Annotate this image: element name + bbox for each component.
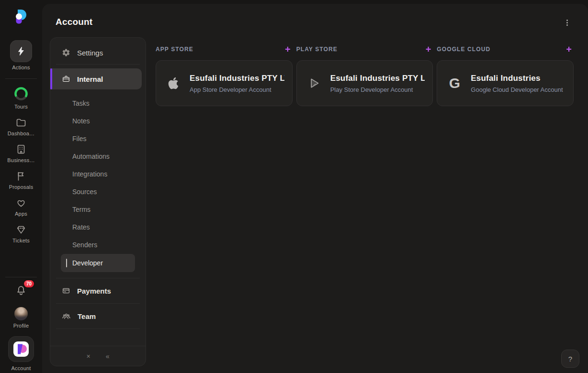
rail-divider bbox=[5, 78, 37, 79]
ticket-icon bbox=[15, 224, 27, 235]
sidebar-item-label: Dashboa… bbox=[8, 131, 35, 136]
apple-icon bbox=[165, 77, 182, 90]
sub-item-developer-selected[interactable]: Developer bbox=[61, 254, 135, 272]
section-label: GOOGLE CLOUD bbox=[437, 46, 490, 53]
sub-item-rates[interactable]: Rates bbox=[50, 218, 146, 236]
nav-item-label: Payments bbox=[77, 287, 111, 295]
sidebar-item-label: Proposals bbox=[9, 184, 34, 190]
nav-item-settings[interactable]: Settings bbox=[50, 43, 146, 63]
divider bbox=[56, 329, 140, 329]
sub-item-sources[interactable]: Sources bbox=[50, 183, 146, 200]
sub-item-label: Integrations bbox=[72, 170, 107, 178]
sidebar-item-profile[interactable]: Profile bbox=[13, 307, 29, 329]
play-store-icon bbox=[305, 77, 323, 90]
folder-icon bbox=[15, 117, 27, 128]
heart-icon bbox=[15, 197, 27, 208]
play-store-header: PLAY STORE + bbox=[296, 44, 433, 54]
notifications-button[interactable]: 70 bbox=[15, 284, 27, 298]
account-type: Play Store Developer Account bbox=[330, 86, 425, 93]
gear-icon bbox=[62, 48, 70, 57]
divider bbox=[56, 278, 140, 278]
sub-item-senders[interactable]: Senders bbox=[50, 236, 146, 253]
section-label: APP STORE bbox=[156, 46, 193, 53]
sidebar-item-proposals[interactable]: Proposals bbox=[9, 170, 34, 190]
nav-item-label: Team bbox=[78, 312, 96, 320]
sub-item-label: Rates bbox=[72, 223, 90, 231]
play-store-account-card[interactable]: Esufali Industries PTY L… Play Store Dev… bbox=[296, 60, 433, 106]
collapse-panel-icon[interactable]: « bbox=[103, 351, 113, 362]
left-rail: Actions Tours Dashboa… bbox=[0, 0, 42, 373]
sub-item-label: Automations bbox=[72, 153, 110, 160]
sidebar-item-label: Profile bbox=[13, 323, 29, 329]
close-icon[interactable]: × bbox=[84, 351, 93, 362]
column-headers: APP STORE + PLAY STORE + GOOGLE CLOUD + bbox=[156, 44, 574, 54]
divider bbox=[56, 303, 140, 304]
add-play-store-account-button[interactable]: + bbox=[424, 45, 433, 54]
help-button[interactable]: ? bbox=[561, 350, 579, 368]
account-type: Google Cloud Developer Account bbox=[471, 86, 563, 93]
google-cloud-account-card[interactable]: G Esufali Industries Google Cloud Develo… bbox=[437, 60, 574, 106]
sub-item-label: Developer bbox=[72, 259, 103, 267]
selected-accent-bar bbox=[50, 68, 52, 89]
google-g-icon: G bbox=[446, 76, 463, 90]
account-app-icon bbox=[8, 336, 34, 362]
sidebar-item-actions[interactable]: Actions bbox=[10, 40, 32, 70]
sidebar-item-label: Tours bbox=[14, 104, 28, 110]
card-texts: Esufali Industries Google Cloud Develope… bbox=[471, 74, 563, 93]
sidebar-item-dashboards[interactable]: Dashboa… bbox=[8, 117, 35, 136]
sub-item-label: Terms bbox=[72, 206, 90, 213]
card-texts: Esufali Industries PTY LT… App Store Dev… bbox=[190, 74, 284, 93]
account-type: App Store Developer Account bbox=[190, 86, 284, 93]
sub-item-notes[interactable]: Notes bbox=[50, 112, 146, 130]
sidebar-item-tours[interactable]: Tours bbox=[13, 86, 29, 110]
sidebar-item-apps[interactable]: Apps bbox=[15, 197, 27, 217]
rail-divider bbox=[5, 277, 37, 277]
nav-item-team[interactable]: Team bbox=[50, 305, 146, 327]
lightning-icon bbox=[10, 40, 32, 62]
nav-item-label: Settings bbox=[77, 49, 103, 57]
sidebar-item-business[interactable]: Business… bbox=[7, 143, 34, 163]
progress-ring-icon bbox=[13, 86, 29, 101]
account-name: Esufali Industries PTY LT… bbox=[190, 74, 284, 83]
sidebar-item-label: Tickets bbox=[12, 238, 30, 243]
spacer bbox=[50, 330, 146, 346]
sidebar-item-label: Account bbox=[11, 365, 31, 371]
sub-item-integrations[interactable]: Integrations bbox=[50, 165, 146, 183]
credit-card-icon bbox=[62, 286, 70, 295]
add-google-cloud-account-button[interactable]: + bbox=[564, 45, 574, 54]
building-icon bbox=[15, 143, 27, 155]
sub-item-files[interactable]: Files bbox=[50, 130, 146, 147]
page-title: Account bbox=[56, 17, 92, 27]
sidebar-item-account[interactable]: Account bbox=[8, 336, 34, 371]
nav-item-internal-selected[interactable]: Internal bbox=[50, 68, 142, 89]
sidebar-item-label: Actions bbox=[12, 65, 30, 70]
sidebar-item-label: Business… bbox=[7, 157, 34, 163]
nav-item-payments[interactable]: Payments bbox=[50, 280, 146, 302]
divider bbox=[56, 64, 140, 65]
avatar bbox=[14, 307, 28, 320]
developer-accounts-content: APP STORE + PLAY STORE + GOOGLE CLOUD + bbox=[156, 44, 574, 106]
account-name: Esufali Industries bbox=[471, 74, 563, 83]
sub-item-terms[interactable]: Terms bbox=[50, 200, 146, 218]
nav-item-label: Internal bbox=[77, 75, 103, 83]
app-store-account-card[interactable]: Esufali Industries PTY LT… App Store Dev… bbox=[156, 60, 293, 106]
sub-item-label: Notes bbox=[72, 117, 90, 125]
app-logo-icon[interactable] bbox=[15, 10, 27, 24]
add-app-store-account-button[interactable]: + bbox=[283, 45, 293, 54]
notification-badge: 70 bbox=[24, 280, 34, 287]
card-texts: Esufali Industries PTY L… Play Store Dev… bbox=[330, 74, 425, 93]
account-name: Esufali Industries PTY L… bbox=[330, 74, 425, 83]
settings-panel-footer: × « bbox=[50, 346, 146, 366]
sub-item-automations[interactable]: Automations bbox=[50, 147, 146, 165]
selected-sub-item-bar bbox=[66, 259, 67, 267]
sub-item-label: Senders bbox=[72, 241, 97, 249]
sub-item-tasks[interactable]: Tasks bbox=[50, 94, 146, 112]
sidebar-item-tickets[interactable]: Tickets bbox=[12, 224, 30, 243]
kebab-menu-icon[interactable] bbox=[565, 18, 570, 28]
settings-nav-panel: Settings Internal Tasks Notes Files Auto… bbox=[50, 37, 146, 366]
sub-item-label: Sources bbox=[72, 188, 97, 196]
sub-item-label: Tasks bbox=[72, 99, 90, 107]
briefcase-icon bbox=[62, 75, 70, 83]
main-panel: Account Settings Internal T bbox=[42, 4, 588, 373]
google-cloud-header: GOOGLE CLOUD + bbox=[437, 44, 574, 54]
